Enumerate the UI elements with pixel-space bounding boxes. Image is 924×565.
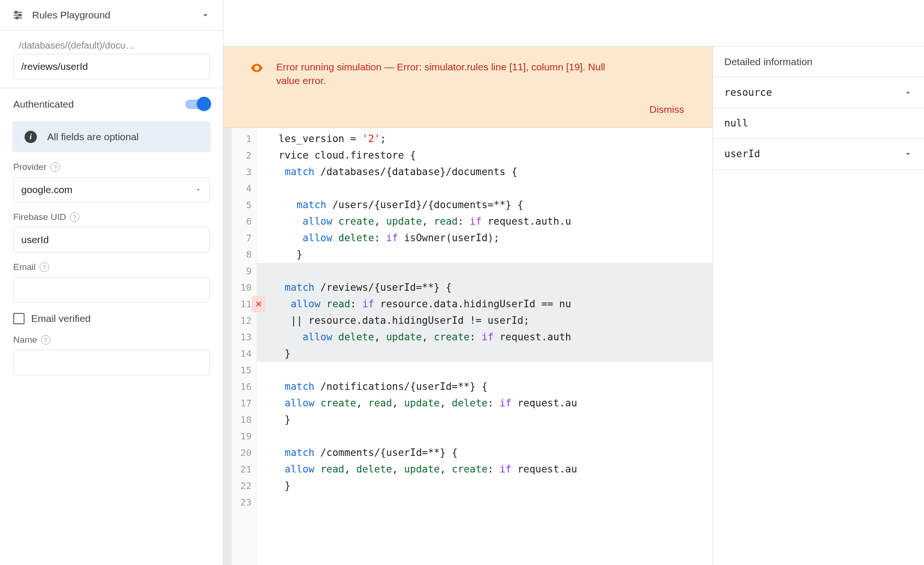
dismiss-button[interactable]: Dismiss bbox=[642, 100, 692, 119]
location-path-input[interactable] bbox=[13, 54, 210, 79]
line-number: 9 bbox=[240, 263, 252, 279]
line-number: 11 bbox=[240, 296, 252, 312]
authenticated-toggle[interactable] bbox=[185, 100, 210, 109]
code-line[interactable] bbox=[279, 362, 712, 379]
provider-select[interactable]: google.com bbox=[13, 177, 210, 202]
help-icon[interactable]: ? bbox=[41, 335, 51, 345]
email-label: Email bbox=[13, 262, 36, 272]
code-line[interactable]: allow read, delete, update, create: if r… bbox=[279, 461, 712, 478]
name-input[interactable] bbox=[13, 350, 210, 375]
info-text: All fields are optional bbox=[47, 131, 139, 143]
info-banner: i All fields are optional bbox=[12, 121, 211, 152]
code-line[interactable]: allow read: if resource.data.hidingUserI… bbox=[279, 296, 712, 312]
code-line[interactable]: match /comments/{userId=**} { bbox=[279, 445, 712, 461]
detail-key: resource bbox=[724, 87, 772, 98]
chevron-down-icon[interactable] bbox=[200, 10, 211, 20]
code-line[interactable] bbox=[279, 263, 712, 279]
help-icon[interactable]: ? bbox=[40, 262, 49, 272]
line-number: 17 bbox=[240, 395, 252, 412]
details-title: Detailed information bbox=[713, 47, 924, 77]
code-line[interactable]: match /reviews/{userId=**} { bbox=[279, 279, 712, 296]
line-number: 20 bbox=[240, 445, 252, 461]
code-line[interactable]: les_version = '2'; bbox=[279, 131, 712, 147]
code-line[interactable] bbox=[279, 180, 712, 197]
line-number: 8 bbox=[240, 246, 252, 263]
top-toolbar bbox=[223, 0, 924, 47]
svg-rect-3 bbox=[15, 11, 17, 13]
line-number: 18 bbox=[240, 412, 252, 428]
line-number: 1 bbox=[240, 131, 252, 147]
code-line[interactable]: rvice cloud.firestore { bbox=[279, 147, 712, 164]
svg-rect-4 bbox=[19, 14, 21, 16]
line-number: 4 bbox=[240, 180, 252, 197]
code-line[interactable]: match /notifications/{userId=**} { bbox=[279, 379, 712, 395]
editor-scroll-indicator[interactable] bbox=[223, 128, 232, 565]
authenticated-label: Authenticated bbox=[13, 99, 74, 110]
detail-key: userId bbox=[724, 148, 760, 160]
detail-row-userId[interactable]: userId bbox=[713, 139, 924, 169]
email-verified-checkbox[interactable] bbox=[13, 313, 25, 324]
chevron-down-icon bbox=[903, 149, 913, 159]
rules-playground-sidebar: Rules Playground /databases/(default)/do… bbox=[0, 0, 223, 565]
detail-value: null bbox=[713, 108, 924, 139]
code-line[interactable]: allow create, read, update, delete: if r… bbox=[279, 395, 712, 412]
line-gutter: 1234567891011121314151617181920212223 bbox=[232, 128, 257, 565]
line-number: 7 bbox=[240, 230, 252, 246]
line-number: 2 bbox=[240, 147, 252, 164]
code-line[interactable]: allow delete: if isOwner(userId); bbox=[279, 230, 712, 246]
name-label: Name bbox=[13, 335, 37, 345]
sliders-icon bbox=[12, 9, 24, 21]
email-input[interactable] bbox=[13, 277, 210, 303]
line-number: 13 bbox=[240, 329, 252, 346]
line-number: 14 bbox=[240, 346, 252, 362]
line-number: 3 bbox=[240, 164, 252, 180]
line-number: 22 bbox=[240, 478, 252, 494]
help-icon[interactable]: ? bbox=[70, 212, 79, 222]
error-banner: Error running simulation — Error: simula… bbox=[223, 47, 712, 128]
error-message: Error running simulation — Error: simula… bbox=[276, 60, 607, 88]
sidebar-header[interactable]: Rules Playground bbox=[0, 0, 223, 31]
help-icon[interactable]: ? bbox=[51, 162, 60, 172]
code-line[interactable]: } bbox=[279, 246, 712, 263]
code-line[interactable]: match /users/{userId}/{documents=**} { bbox=[279, 197, 712, 213]
line-number: 12 bbox=[240, 312, 252, 329]
eye-icon bbox=[250, 61, 264, 75]
detail-row-resource[interactable]: resource bbox=[713, 77, 924, 108]
code-content[interactable]: les_version = '2';rvice cloud.firestore … bbox=[257, 128, 712, 565]
line-number: 6 bbox=[240, 213, 252, 230]
code-line[interactable]: } bbox=[279, 412, 712, 428]
code-line[interactable]: } bbox=[279, 478, 712, 494]
line-number: 21 bbox=[240, 461, 252, 478]
line-number: 5 bbox=[240, 197, 252, 213]
code-line[interactable] bbox=[279, 428, 712, 445]
line-number: 16 bbox=[240, 379, 252, 395]
firebase-uid-input[interactable] bbox=[13, 227, 210, 253]
code-line[interactable]: } bbox=[279, 346, 712, 362]
code-line[interactable]: match /databases/{database}/documents { bbox=[279, 164, 712, 180]
line-number: 15 bbox=[240, 362, 252, 379]
line-number: 23 bbox=[240, 494, 252, 511]
path-placeholder: /databases/(default)/docu… bbox=[13, 37, 210, 54]
chevron-up-icon bbox=[903, 88, 913, 97]
sidebar-title: Rules Playground bbox=[32, 9, 192, 21]
code-line[interactable]: allow create, update, read: if request.a… bbox=[279, 213, 712, 230]
details-panel: Detailed information resourcenulluserId bbox=[712, 47, 924, 565]
uid-label: Firebase UID bbox=[13, 212, 66, 222]
provider-value: google.com bbox=[21, 184, 73, 195]
line-number: 10 bbox=[240, 279, 252, 296]
svg-point-6 bbox=[256, 67, 258, 69]
rules-editor[interactable]: 1234567891011121314151617181920212223 le… bbox=[223, 128, 712, 565]
provider-label: Provider bbox=[13, 162, 47, 172]
code-line[interactable]: allow delete, update, create: if request… bbox=[279, 329, 712, 346]
info-icon: i bbox=[25, 131, 37, 143]
line-number: 19 bbox=[240, 428, 252, 445]
code-line[interactable] bbox=[279, 494, 712, 511]
caret-down-icon bbox=[195, 186, 202, 193]
code-line[interactable]: || resource.data.hidingUserId != userId; bbox=[279, 312, 712, 329]
svg-rect-5 bbox=[16, 17, 18, 19]
email-verified-label: Email verified bbox=[31, 313, 91, 324]
